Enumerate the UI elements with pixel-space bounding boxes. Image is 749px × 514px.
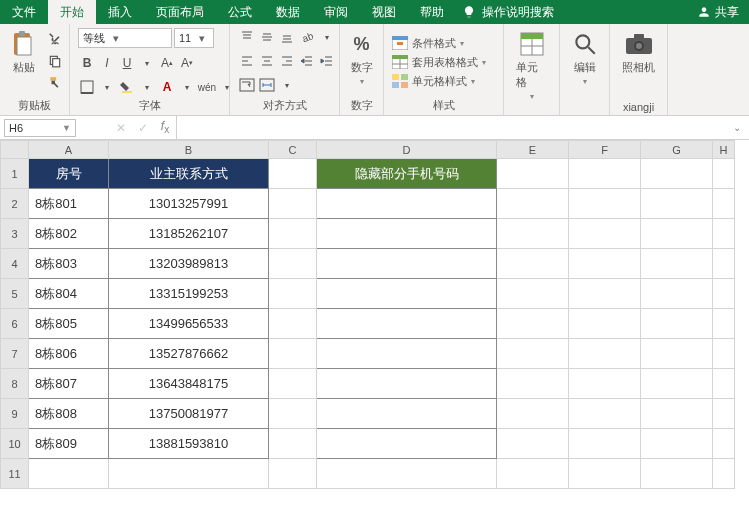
format-as-table-button[interactable]: 套用表格格式 ▾ xyxy=(392,54,486,71)
name-box[interactable]: H6 ▼ xyxy=(4,119,76,137)
cell[interactable] xyxy=(269,219,317,249)
formula-input[interactable] xyxy=(176,116,733,139)
orientation-button[interactable]: ab xyxy=(298,28,316,46)
cell[interactable] xyxy=(317,249,497,279)
cell[interactable] xyxy=(269,279,317,309)
select-all-corner[interactable] xyxy=(1,141,29,159)
cell[interactable] xyxy=(713,189,735,219)
cell[interactable] xyxy=(569,189,641,219)
row-header[interactable]: 1 xyxy=(1,159,29,189)
row-header[interactable]: 11 xyxy=(1,459,29,489)
cell[interactable] xyxy=(497,309,569,339)
cell[interactable]: 8栋807 xyxy=(29,369,109,399)
cell[interactable] xyxy=(497,459,569,489)
conditional-format-button[interactable]: 条件格式 ▾ xyxy=(392,35,464,52)
cell[interactable] xyxy=(317,399,497,429)
cell[interactable] xyxy=(317,429,497,459)
format-painter-button[interactable] xyxy=(46,74,64,92)
tab-view[interactable]: 视图 xyxy=(360,0,408,24)
cut-button[interactable] xyxy=(46,30,64,48)
cell[interactable] xyxy=(569,429,641,459)
underline-dropdown[interactable]: ▾ xyxy=(138,54,156,72)
worksheet-grid[interactable]: ABCDEFGH1房号业主联系方式隐藏部分手机号码28栋801130132579… xyxy=(0,140,749,489)
italic-button[interactable]: I xyxy=(98,54,116,72)
cell[interactable]: 8栋801 xyxy=(29,189,109,219)
cell[interactable]: 13881593810 xyxy=(109,429,269,459)
column-header[interactable]: B xyxy=(109,141,269,159)
align-bottom-button[interactable] xyxy=(278,28,296,46)
cell[interactable] xyxy=(317,369,497,399)
cell[interactable] xyxy=(569,159,641,189)
enter-formula-button[interactable]: ✓ xyxy=(132,121,154,135)
orientation-dropdown[interactable]: ▾ xyxy=(318,28,336,46)
cell[interactable] xyxy=(317,339,497,369)
align-top-button[interactable] xyxy=(238,28,256,46)
cell[interactable] xyxy=(497,429,569,459)
share-button[interactable]: 共享 xyxy=(687,4,749,21)
increase-indent-button[interactable] xyxy=(318,52,336,70)
cell[interactable] xyxy=(317,279,497,309)
decrease-indent-button[interactable] xyxy=(298,52,316,70)
cell[interactable]: 8栋804 xyxy=(29,279,109,309)
cell[interactable] xyxy=(641,279,713,309)
cell[interactable] xyxy=(317,309,497,339)
cell[interactable] xyxy=(641,339,713,369)
cell[interactable] xyxy=(641,399,713,429)
cells-button[interactable]: 单元格 ▾ xyxy=(512,28,551,103)
wrap-text-button[interactable] xyxy=(238,76,256,94)
cell[interactable] xyxy=(713,429,735,459)
cell[interactable] xyxy=(641,369,713,399)
cell[interactable]: 隐藏部分手机号码 xyxy=(317,159,497,189)
cell[interactable] xyxy=(569,369,641,399)
cell[interactable] xyxy=(641,309,713,339)
cell[interactable] xyxy=(569,459,641,489)
cell[interactable] xyxy=(497,189,569,219)
cell[interactable] xyxy=(497,399,569,429)
cell[interactable] xyxy=(269,399,317,429)
underline-button[interactable]: U xyxy=(118,54,136,72)
cell[interactable]: 8栋803 xyxy=(29,249,109,279)
cell[interactable]: 13499656533 xyxy=(109,309,269,339)
fill-color-button[interactable] xyxy=(118,78,136,96)
cell[interactable] xyxy=(317,189,497,219)
align-right-button[interactable] xyxy=(278,52,296,70)
cell[interactable] xyxy=(713,249,735,279)
cell[interactable] xyxy=(317,459,497,489)
cell[interactable] xyxy=(641,189,713,219)
cell[interactable] xyxy=(497,279,569,309)
cell[interactable]: 13527876662 xyxy=(109,339,269,369)
cell[interactable]: 13315199253 xyxy=(109,279,269,309)
column-header[interactable]: F xyxy=(569,141,641,159)
column-header[interactable]: H xyxy=(713,141,735,159)
align-middle-button[interactable] xyxy=(258,28,276,46)
cell[interactable]: 8栋806 xyxy=(29,339,109,369)
cell[interactable] xyxy=(641,249,713,279)
cell[interactable] xyxy=(713,339,735,369)
row-header[interactable]: 2 xyxy=(1,189,29,219)
tab-formulas[interactable]: 公式 xyxy=(216,0,264,24)
cell[interactable] xyxy=(269,159,317,189)
cell[interactable] xyxy=(713,159,735,189)
column-header[interactable]: C xyxy=(269,141,317,159)
cell[interactable]: 业主联系方式 xyxy=(109,159,269,189)
column-header[interactable]: A xyxy=(29,141,109,159)
column-header[interactable]: D xyxy=(317,141,497,159)
cell[interactable] xyxy=(269,309,317,339)
border-dropdown[interactable]: ▾ xyxy=(98,78,116,96)
cell[interactable] xyxy=(641,219,713,249)
cell[interactable] xyxy=(497,219,569,249)
tab-home[interactable]: 开始 xyxy=(48,0,96,24)
row-header[interactable]: 4 xyxy=(1,249,29,279)
row-header[interactable]: 5 xyxy=(1,279,29,309)
expand-formula-bar[interactable]: ⌄ xyxy=(733,122,749,133)
cell[interactable] xyxy=(497,369,569,399)
tell-me-search[interactable]: 操作说明搜索 xyxy=(482,4,566,21)
font-size-select[interactable]: 11 ▾ xyxy=(174,28,214,48)
cell[interactable] xyxy=(713,279,735,309)
fill-color-dropdown[interactable]: ▾ xyxy=(138,78,156,96)
cell[interactable] xyxy=(713,369,735,399)
bold-button[interactable]: B xyxy=(78,54,96,72)
cell[interactable]: 13185262107 xyxy=(109,219,269,249)
row-header[interactable]: 3 xyxy=(1,219,29,249)
cell[interactable] xyxy=(641,159,713,189)
